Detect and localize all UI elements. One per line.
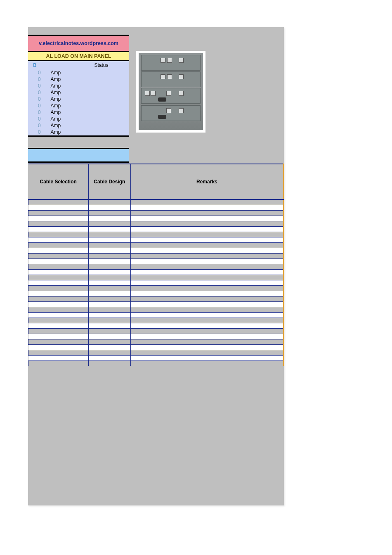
load-unit: Amp — [42, 83, 73, 89]
table-row — [28, 237, 284, 243]
table-row — [28, 270, 284, 275]
load-b-value: 0 — [28, 96, 42, 102]
table-row — [28, 227, 284, 232]
table-row — [28, 313, 284, 318]
table-separator — [28, 329, 284, 334]
site-link[interactable]: v.electricalnotes.wordpress.com — [39, 40, 118, 46]
table-separator — [28, 275, 284, 280]
worksheet-area: v.electricalnotes.wordpress.com AL LOAD … — [28, 27, 284, 505]
table-row — [28, 248, 284, 254]
load-b-value: 0 — [28, 122, 42, 129]
load-unit: Amp — [42, 122, 73, 129]
load-b-value: 0 — [28, 76, 42, 83]
table-row — [28, 216, 284, 221]
top-boxes: v.electricalnotes.wordpress.com AL LOAD … — [28, 35, 129, 137]
load-unit: Amp — [42, 109, 73, 116]
table-separator — [28, 211, 284, 216]
col-cable-design: Cable Design — [88, 164, 130, 199]
load-unit: Amp — [42, 89, 73, 96]
bottom-tbody — [28, 199, 284, 366]
load-col-b: B — [28, 61, 42, 69]
site-link-bar: v.electricalnotes.wordpress.com — [28, 35, 129, 52]
table-separator — [28, 318, 284, 323]
table-separator — [28, 243, 284, 248]
load-b-value: 0 — [28, 109, 42, 116]
table-row — [28, 259, 284, 264]
bottom-table: Cable Selection Cable Design Remarks — [28, 164, 284, 366]
table-separator — [28, 307, 284, 313]
load-tbody: 0Amp 0Amp 0Amp 0Amp 0Amp 0Amp 0Amp 0Amp … — [28, 69, 129, 136]
load-b-value: 0 — [28, 129, 42, 136]
load-unit: Amp — [42, 69, 73, 76]
table-row — [28, 280, 284, 286]
table-separator — [28, 296, 284, 302]
table-separator — [28, 232, 284, 237]
table-row — [28, 302, 284, 307]
col-cable-selection: Cable Selection — [28, 164, 89, 199]
table-row — [28, 291, 284, 296]
load-col-status: Status — [73, 61, 129, 69]
load-unit: Amp — [42, 102, 73, 109]
load-table: B Status 0Amp 0Amp 0Amp 0Amp 0Amp 0Amp 0… — [28, 61, 129, 137]
blue-separator-bar — [28, 148, 129, 163]
table-separator — [28, 339, 284, 345]
load-b-value: 0 — [28, 116, 42, 122]
table-row — [28, 345, 284, 350]
load-unit: Amp — [42, 129, 73, 136]
table-row — [28, 323, 284, 329]
load-b-value: 0 — [28, 89, 42, 96]
col-remarks: Remarks — [130, 164, 283, 199]
load-unit: Amp — [42, 76, 73, 83]
table-separator — [28, 199, 284, 205]
table-row — [28, 205, 284, 211]
load-unit: Amp — [42, 96, 73, 102]
load-panel-title-bar: AL LOAD ON MAIN PANEL — [28, 52, 129, 61]
load-unit: Amp — [42, 116, 73, 122]
load-b-value: 0 — [28, 83, 42, 89]
load-b-value: 0 — [28, 69, 42, 76]
table-separator — [28, 350, 284, 356]
table-row — [28, 334, 284, 339]
table-separator — [28, 264, 284, 270]
load-b-value: 0 — [28, 102, 42, 109]
page-root: v.electricalnotes.wordpress.com AL LOAD … — [0, 0, 392, 555]
table-separator — [28, 286, 284, 291]
table-separator — [28, 254, 284, 259]
load-panel-title: AL LOAD ON MAIN PANEL — [46, 53, 111, 59]
cabinet-illustration — [139, 53, 203, 130]
table-separator — [28, 221, 284, 227]
electrical-panel-image — [136, 51, 205, 133]
table-row — [28, 356, 284, 361]
table-separator — [28, 361, 284, 366]
